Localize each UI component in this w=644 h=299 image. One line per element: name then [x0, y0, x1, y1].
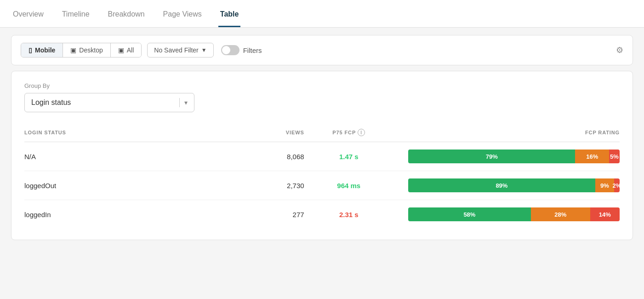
rating-bar-container: 79% 16% 5%: [393, 150, 620, 163]
table-row: loggedIn 277 2.31 s 58% 28% 14%: [24, 200, 620, 229]
bar-poor: 14%: [590, 207, 620, 221]
rating-bar: 58% 28% 14%: [408, 207, 620, 221]
nav-tabs: Overview Timeline Breakdown Page Views T…: [0, 0, 644, 28]
bar-good: 58%: [408, 207, 531, 221]
bar-needs: 16%: [575, 150, 609, 163]
desktop-icon: ▣: [70, 46, 76, 54]
cell-fcp-rating: 58% 28% 14%: [393, 200, 620, 229]
cell-fcp-rating: 89% 9% 2%: [393, 171, 620, 200]
table-card: Group By Login status ▾ LOGIN STATUS VIE…: [11, 71, 633, 240]
all-icon: ▣: [118, 46, 124, 54]
rating-bar: 89% 9% 2%: [408, 178, 620, 192]
tab-breakdown[interactable]: Breakdown: [106, 10, 147, 27]
col-header-views: VIEWS: [233, 125, 304, 142]
col-header-p75: P75 FCP i: [304, 125, 393, 142]
tab-table[interactable]: Table: [218, 10, 241, 27]
filters-toggle-group: Filters: [221, 45, 262, 55]
tab-overview[interactable]: Overview: [11, 10, 46, 27]
cell-login-status: loggedIn: [24, 200, 233, 229]
all-label: All: [127, 46, 134, 54]
table-row: loggedOut 2,730 964 ms 89% 9% 2%: [24, 171, 620, 200]
col-header-login-status: LOGIN STATUS: [24, 125, 233, 142]
main-content: ▯ Mobile ▣ Desktop ▣ All No Saved Filter…: [0, 28, 644, 247]
cell-views: 277: [233, 200, 304, 229]
p75-value: 2.31 s: [339, 211, 359, 218]
cell-login-status: N/A: [24, 142, 233, 171]
table-row: N/A 8,068 1.47 s 79% 16% 5%: [24, 142, 620, 171]
tab-pageviews[interactable]: Page Views: [161, 10, 204, 27]
select-chevron-icon: ▾: [184, 99, 188, 106]
group-by-value: Login status: [31, 98, 71, 107]
device-desktop-button[interactable]: ▣ Desktop: [63, 43, 110, 57]
select-separator: [179, 98, 180, 107]
info-icon[interactable]: i: [358, 129, 365, 136]
data-table: LOGIN STATUS VIEWS P75 FCP i FCP RATING …: [24, 125, 620, 229]
rating-bar-container: 58% 28% 14%: [393, 207, 620, 221]
filter-bar: ▯ Mobile ▣ Desktop ▣ All No Saved Filter…: [11, 35, 633, 65]
rating-bar: 79% 16% 5%: [408, 150, 620, 163]
col-header-fcp-rating: FCP RATING: [393, 125, 620, 142]
settings-icon[interactable]: ⚙: [616, 45, 623, 55]
cell-p75: 2.31 s: [304, 200, 393, 229]
device-all-button[interactable]: ▣ All: [111, 43, 142, 57]
cell-fcp-rating: 79% 16% 5%: [393, 142, 620, 171]
group-by-label: Group By: [24, 82, 620, 89]
desktop-label: Desktop: [79, 46, 103, 54]
bar-needs: 28%: [531, 207, 590, 221]
p75-value: 1.47 s: [339, 153, 359, 161]
group-by-select[interactable]: Login status ▾: [24, 93, 194, 112]
saved-filter-button[interactable]: No Saved Filter ▼: [147, 43, 213, 58]
device-mobile-button[interactable]: ▯ Mobile: [21, 43, 63, 57]
bar-poor: 2%: [614, 178, 620, 192]
mobile-icon: ▯: [28, 46, 32, 54]
bar-good: 79%: [408, 150, 575, 163]
saved-filter-label: No Saved Filter: [154, 46, 198, 54]
p75-fcp-label: P75 FCP: [332, 130, 356, 135]
p75-value: 964 ms: [337, 182, 360, 190]
cell-login-status: loggedOut: [24, 171, 233, 200]
cell-views: 2,730: [233, 171, 304, 200]
bar-needs: 9%: [595, 178, 614, 192]
mobile-label: Mobile: [35, 46, 55, 54]
bar-poor: 5%: [609, 150, 620, 163]
filters-toggle-label: Filters: [243, 46, 262, 54]
cell-p75: 1.47 s: [304, 142, 393, 171]
chevron-down-icon: ▼: [201, 47, 207, 53]
device-selector: ▯ Mobile ▣ Desktop ▣ All: [21, 43, 142, 58]
bar-good: 89%: [408, 178, 595, 192]
tab-timeline[interactable]: Timeline: [60, 10, 91, 27]
rating-bar-container: 89% 9% 2%: [393, 178, 620, 192]
filters-toggle[interactable]: [221, 45, 239, 55]
table-header-row: LOGIN STATUS VIEWS P75 FCP i FCP RATING: [24, 125, 620, 142]
cell-p75: 964 ms: [304, 171, 393, 200]
cell-views: 8,068: [233, 142, 304, 171]
